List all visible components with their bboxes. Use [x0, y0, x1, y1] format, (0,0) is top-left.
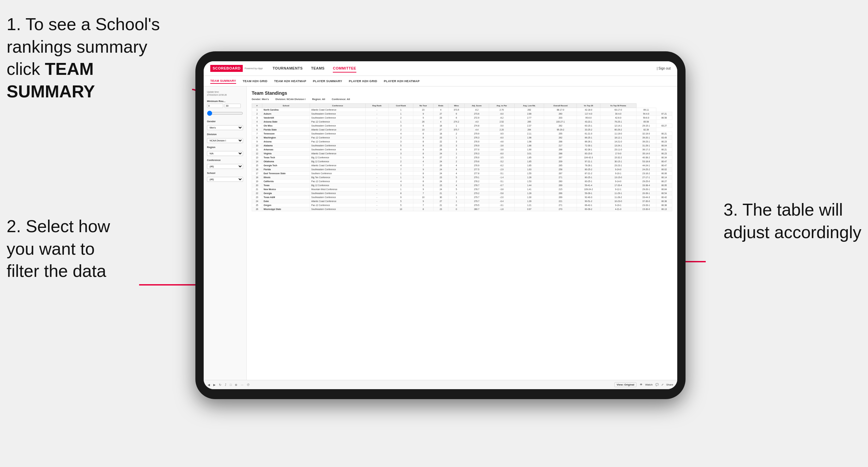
- more-icon[interactable]: ···: [241, 383, 243, 386]
- sub-nav-player-h2h-heatmap[interactable]: PLAYER H2H HEATMAP: [384, 79, 420, 84]
- col-wins: Wins: [448, 104, 464, 108]
- logo-text: SCOREBOARD: [213, 66, 241, 70]
- bottom-bar-actions: 👁 Watch 💬 ⤢ Share: [640, 383, 673, 386]
- sidebar-min-input[interactable]: [207, 104, 223, 108]
- instruction-step3-text: 3. The table willadjust accordingly: [723, 200, 861, 242]
- instruction-step2-text: 2. Select howyou want tofilter the data: [7, 217, 110, 281]
- sidebar-conference-label: Conference: [207, 159, 243, 162]
- table-row: 2AuburnSoutheastern Conference-19276273.…: [252, 112, 672, 116]
- table-row: 7TennesseeSoutheastern Conference-461822…: [252, 132, 672, 136]
- sidebar-division-select[interactable]: NCAA Division I: [207, 138, 243, 143]
- instruction-step1: 1. To see a School's rankings summary cl…: [7, 13, 165, 103]
- table-header-row: # School Conference Reg Rank Conf Rank N…: [252, 104, 672, 108]
- table-row: 5Ole MissSoutheastern Conference-3618127…: [252, 124, 672, 128]
- tablet-screen: SCOREBOARD Powered by clippi TOURNAMENTS…: [204, 61, 677, 389]
- watch-icon: 👁: [640, 383, 643, 386]
- sign-out[interactable]: | Sign out: [657, 67, 671, 70]
- table-row: 15Georgia TechAtlantic Coast Conference-…: [252, 164, 672, 167]
- copy-icon[interactable]: ⊕: [235, 383, 238, 386]
- col-avg-to-par: Avg. to Par: [489, 104, 514, 108]
- sidebar: Update time: 27/03/2024 16:56:26 Minimum…: [204, 87, 247, 380]
- logo-area: SCOREBOARD Powered by clippi: [210, 65, 262, 72]
- standings-table: # School Conference Reg Rank Conf Rank N…: [252, 103, 672, 211]
- table-row: 24DukeAtlantic Coast Conference-59271279…: [252, 199, 672, 204]
- sidebar-gender-select[interactable]: Men's: [207, 125, 243, 130]
- meta-region: Region: All: [312, 98, 325, 101]
- table-row: 3VanderbiltSoutheastern Conference-25236…: [252, 116, 672, 120]
- share-icon-bottom[interactable]: ⤴: [225, 383, 226, 386]
- col-vs-top-25: Vs Top 25: [577, 104, 600, 108]
- instruction-step3: 3. The table willadjust accordingly: [723, 199, 861, 243]
- table-row: 16FloridaSoutheastern Conference-7924427…: [252, 167, 672, 172]
- logo-sub: Powered by clippi: [244, 67, 262, 69]
- logo-box: SCOREBOARD: [210, 65, 243, 72]
- col-rank: #: [252, 104, 262, 108]
- col-vs-top-50-pts: Vs Top 50 Points: [600, 104, 636, 108]
- table-row: 17East Tennessee StateSouthern Conferenc…: [252, 172, 672, 176]
- table-row: 18IllinoisBig Ten Conference-19235279.1-…: [252, 176, 672, 180]
- nav-teams[interactable]: TEAMS: [311, 65, 324, 72]
- table-row: 22GeorgiaSoutheastern Conference-8721127…: [252, 191, 672, 195]
- view-original-button[interactable]: View: Original: [614, 382, 637, 387]
- sub-nav-player-h2h-grid[interactable]: PLAYER H2H GRID: [349, 79, 377, 84]
- table-row: 26Mississippi StateSoutheastern Conferen…: [252, 207, 672, 211]
- col-overall-record: Overall Record: [544, 104, 577, 108]
- sidebar-gender-label: Gender: [207, 120, 243, 123]
- sub-nav-team-h2h-heatmap[interactable]: TEAM H2H HEATMAP: [274, 79, 306, 84]
- table-row: 19CaliforniaPac-12 Conference-48242278.2…: [252, 180, 672, 184]
- col-conference: Conference: [310, 104, 366, 108]
- forward-icon[interactable]: ▶: [213, 383, 216, 386]
- bookmark-icon[interactable]: □: [230, 383, 231, 386]
- comment-icon: 💬: [655, 383, 659, 386]
- table-row: 9ArizonaPac-12 Conference-38223276.9-4.6…: [252, 140, 672, 144]
- sidebar-region-select[interactable]: N/A: [207, 151, 243, 156]
- bottom-bar: ◀ ▶ ↻ ⤴ □ ⊕ ··· ⏱ View: Original 👁 Watch…: [204, 380, 677, 389]
- sidebar-school-label: School: [207, 172, 243, 175]
- col-conf-rank: Conf Rank: [389, 104, 413, 108]
- nav-bar: SCOREBOARD Powered by clippi TOURNAMENTS…: [204, 61, 677, 76]
- col-reg-rank: Reg Rank: [365, 104, 389, 108]
- sub-nav-player-summary[interactable]: PLAYER SUMMARY: [313, 79, 342, 84]
- table-row: 23Texas A&MSoutheastern Conference-91030…: [252, 195, 672, 199]
- table-row: 1North CarolinaAtlantic Coast Conference…: [252, 108, 672, 112]
- instruction-step2: 2. Select howyou want tofilter the data: [7, 215, 110, 282]
- table-row: 12VirginiaAtlantic Coast Conference-3824…: [252, 152, 672, 156]
- sidebar-conference-select[interactable]: (All): [207, 164, 243, 169]
- table-row: 13Texas TechBig 12 Conference-19272276.0…: [252, 156, 672, 160]
- table-meta: Gender: Men's Division: NCAA Division I …: [252, 98, 672, 101]
- meta-division: Division: NCAA Division I: [276, 98, 306, 101]
- watch-label[interactable]: Watch: [645, 383, 652, 386]
- reload-icon[interactable]: ↻: [219, 383, 222, 386]
- table-row: 4Arizona StatePac-12 Conference-1264274.…: [252, 120, 672, 124]
- sub-nav-team-summary[interactable]: TEAM SUMMARY: [210, 79, 236, 84]
- table-row: 14OklahomaBig 12 Conference-24242279.6-5…: [252, 160, 672, 164]
- nav-tournaments[interactable]: TOURNAMENTS: [273, 65, 303, 72]
- sidebar-school-select[interactable]: (All): [207, 177, 243, 182]
- table-row: 25OregonPac-12 Conference-57210279.5-3.1…: [252, 204, 672, 207]
- table-body: 1North CarolinaAtlantic Coast Conference…: [252, 108, 672, 211]
- meta-conference: Conference: All: [332, 98, 350, 101]
- table-row: 10AlabamaSoutheastern Conference-5823327…: [252, 144, 672, 148]
- share-label[interactable]: Share: [666, 383, 673, 386]
- sidebar-min-rounds-label: Minimum Rou...: [207, 100, 243, 103]
- col-adj-score: Adj. Score: [464, 104, 489, 108]
- nav-committee[interactable]: COMMITTEE: [333, 65, 356, 72]
- sub-nav-team-h2h-grid[interactable]: TEAM H2H GRID: [243, 79, 268, 84]
- sub-nav: TEAM SUMMARY TEAM H2H GRID TEAM H2H HEAT…: [204, 76, 677, 87]
- table-row: 6Florida StateAtlantic Coast Conference-…: [252, 128, 672, 132]
- col-avg-low-rd: Avg. Low Rd.: [515, 104, 544, 108]
- col-rnds: Rnds: [433, 104, 448, 108]
- sidebar-max-input[interactable]: [224, 104, 241, 108]
- back-icon[interactable]: ◀: [208, 383, 210, 386]
- sidebar-division-label: Division: [207, 133, 243, 136]
- sidebar-slider[interactable]: [207, 111, 243, 116]
- sidebar-update-time: Update time: 27/03/2024 16:56:26: [207, 90, 243, 96]
- table-area: Team Standings Gender: Men's Division: N…: [247, 87, 677, 380]
- main-content: Update time: 27/03/2024 16:56:26 Minimum…: [204, 87, 677, 380]
- timer-icon[interactable]: ⏱: [247, 383, 250, 386]
- sidebar-min-max-row: [207, 104, 243, 108]
- table-row: 21New MexicoMountain West Conference-192…: [252, 187, 672, 191]
- col-school: School: [262, 104, 310, 108]
- table-row: 8WashingtonPac-12 Conference-28231276.3-…: [252, 136, 672, 140]
- col-no-tour: No Tour: [413, 104, 433, 108]
